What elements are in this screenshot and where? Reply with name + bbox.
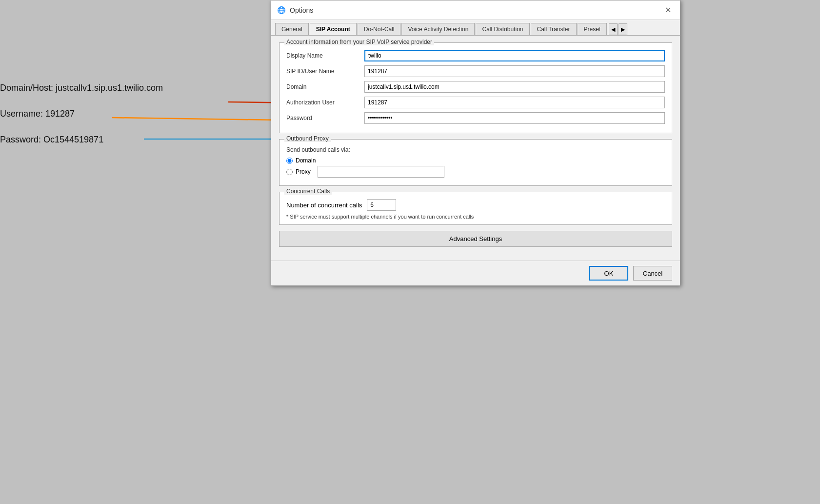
proxy-input[interactable] xyxy=(318,166,444,178)
ok-button[interactable]: OK xyxy=(589,266,628,281)
domain-row: Domain xyxy=(286,81,665,93)
title-bar-left: Options xyxy=(277,6,313,15)
sip-id-row: SIP ID/User Name xyxy=(286,65,665,77)
tab-voice-activity[interactable]: Voice Activity Detection xyxy=(401,23,475,35)
send-via-label: Send outbound calls via: xyxy=(286,146,665,153)
account-info-section: Account information from your SIP VoIP s… xyxy=(279,42,672,133)
concurrent-calls-note: * SIP service must support multiple chan… xyxy=(286,214,665,220)
display-name-label: Display Name xyxy=(286,52,364,59)
concurrent-calls-section: Concurrent Calls Number of concurrent ca… xyxy=(279,192,672,225)
domain-label: Domain xyxy=(286,83,364,90)
concurrent-calls-label: Number of concurrent calls xyxy=(286,202,362,209)
password-row: Password xyxy=(286,112,665,124)
outbound-proxy-legend: Outbound Proxy xyxy=(284,135,331,142)
annotation-password: Password: Oc1544519871 xyxy=(0,135,229,145)
annotation-domain: Domain/Host: justcallv1.sip.us1.twilio.c… xyxy=(0,83,229,93)
proxy-radio[interactable] xyxy=(286,169,293,175)
account-info-legend: Account information from your SIP VoIP s… xyxy=(284,39,434,45)
domain-radio-label: Domain xyxy=(296,157,316,164)
password-input[interactable] xyxy=(364,112,665,124)
tab-call-transfer[interactable]: Call Transfer xyxy=(531,23,577,35)
bottom-bar: OK Cancel xyxy=(271,261,680,285)
concurrent-calls-input[interactable] xyxy=(367,199,396,211)
auth-user-label: Authorization User xyxy=(286,99,364,106)
advanced-settings-button[interactable]: Advanced Settings xyxy=(279,231,672,247)
outbound-radio-group: Domain Proxy xyxy=(286,157,665,178)
concurrent-calls-legend: Concurrent Calls xyxy=(284,188,332,195)
tab-preset[interactable]: Preset xyxy=(578,23,607,35)
cancel-button[interactable]: Cancel xyxy=(633,266,672,281)
tab-general[interactable]: General xyxy=(275,23,309,35)
window-title: Options xyxy=(290,6,313,14)
close-button[interactable]: ✕ xyxy=(662,4,674,16)
domain-radio-row: Domain xyxy=(286,157,665,164)
account-info-content: Display Name SIP ID/User Name Domain Aut… xyxy=(286,48,665,124)
tab-nav-right[interactable]: ▶ xyxy=(619,23,627,35)
domain-radio[interactable] xyxy=(286,158,293,164)
options-dialog: Options ✕ General SIP Account Do-Not-Cal… xyxy=(271,0,680,286)
domain-input[interactable] xyxy=(364,81,665,93)
auth-user-row: Authorization User xyxy=(286,97,665,108)
sip-id-label: SIP ID/User Name xyxy=(286,68,364,75)
concurrent-calls-row: Number of concurrent calls xyxy=(286,199,665,211)
globe-icon xyxy=(277,6,286,15)
proxy-radio-label: Proxy xyxy=(296,168,311,175)
title-bar: Options ✕ xyxy=(271,0,680,20)
tab-sip-account[interactable]: SIP Account xyxy=(310,23,357,36)
tab-do-not-call[interactable]: Do-Not-Call xyxy=(358,23,401,35)
display-name-input[interactable] xyxy=(364,50,665,61)
outbound-proxy-section: Outbound Proxy Send outbound calls via: … xyxy=(279,139,672,186)
display-name-row: Display Name xyxy=(286,50,665,61)
tabs-container: General SIP Account Do-Not-Call Voice Ac… xyxy=(271,20,680,36)
sip-id-input[interactable] xyxy=(364,65,665,77)
annotation-username: Username: 191287 xyxy=(0,109,229,119)
tab-nav-left[interactable]: ◀ xyxy=(609,23,618,35)
content-area: Account information from your SIP VoIP s… xyxy=(271,36,680,261)
password-label: Password xyxy=(286,115,364,121)
auth-user-input[interactable] xyxy=(364,97,665,108)
concurrent-calls-content: Number of concurrent calls * SIP service… xyxy=(286,197,665,220)
outbound-proxy-content: Send outbound calls via: Domain Proxy xyxy=(286,144,665,178)
tab-call-distribution[interactable]: Call Distribution xyxy=(476,23,529,35)
proxy-radio-row: Proxy xyxy=(286,166,665,178)
